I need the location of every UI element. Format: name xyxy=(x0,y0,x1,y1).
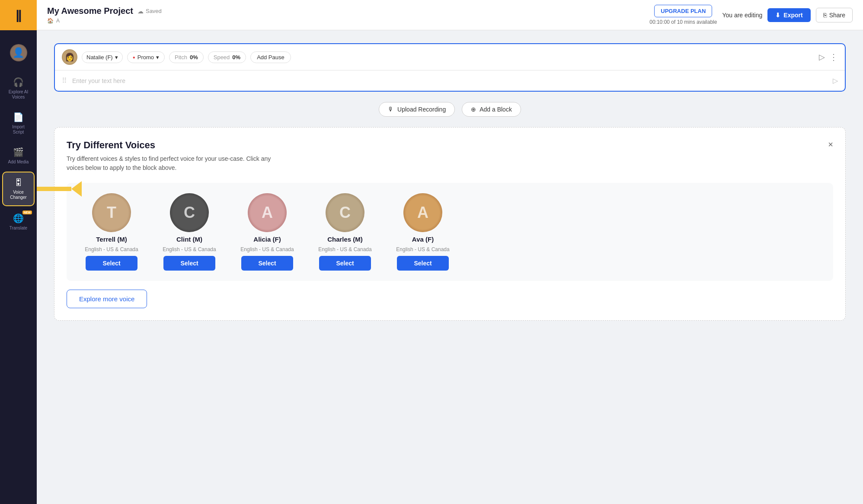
home-icon: 🏠 xyxy=(47,18,54,24)
voice-avatar-clint: C xyxy=(170,193,209,232)
arrow-shape xyxy=(71,181,82,197)
saved-label: Saved xyxy=(146,8,162,14)
breadcrumb: 🏠 A xyxy=(47,18,642,24)
speed-control[interactable]: Speed 0% xyxy=(208,51,246,63)
style-name-label: Promo xyxy=(137,54,154,61)
voice-lang-terrell: English - US & Canada xyxy=(85,246,138,252)
header: My Awesome Project ☁ Saved 🏠 A UPGRADE P… xyxy=(37,0,863,30)
pitch-control[interactable]: Pitch 0% xyxy=(169,51,204,63)
play-toolbar-button[interactable]: ▷ xyxy=(819,52,825,62)
media-icon: 🎬 xyxy=(13,147,24,157)
style-dot-icon: ● xyxy=(133,55,135,60)
pitch-value: 0% xyxy=(190,54,198,61)
plus-circle-icon: ⊕ xyxy=(471,106,476,113)
add-block-button[interactable]: ⊕ Add a Block xyxy=(462,102,521,117)
logo: ǁ xyxy=(0,0,37,30)
sidebar-item-translate[interactable]: NEW 🌐 Translate xyxy=(2,208,35,236)
header-title-area: My Awesome Project ☁ Saved 🏠 A xyxy=(47,6,642,24)
logo-icon: ǁ xyxy=(16,8,22,22)
voice-panel-description: Try different voices & styles to find pe… xyxy=(67,154,283,172)
share-button[interactable]: ⎘ Share xyxy=(816,8,853,22)
sidebar-item-label: Translate xyxy=(10,226,27,231)
speed-value: 0% xyxy=(232,54,240,61)
voice-card-terrell: T Terrell (M) English - US & Canada Sele… xyxy=(77,193,146,271)
chevron-down-icon: ▾ xyxy=(115,54,118,61)
voice-name-clint: Clint (M) xyxy=(176,236,202,243)
sidebar-item-label: ImportScript xyxy=(12,124,24,135)
upload-recording-button[interactable]: 🎙 Upload Recording xyxy=(379,102,455,117)
new-badge: NEW xyxy=(22,211,32,214)
voice-lang-charles: English - US & Canada xyxy=(318,246,371,252)
text-placeholder[interactable]: Enter your text here xyxy=(72,77,828,84)
voice-avatar-charles: C xyxy=(326,193,364,232)
editor-block: 👩 Natalie (F) ▾ ● Promo ▾ Pitch 0% xyxy=(54,43,846,92)
arrow-body xyxy=(37,187,71,191)
sidebar-item-import-script[interactable]: 📄 ImportScript xyxy=(2,107,35,140)
speed-label: Speed xyxy=(214,54,230,61)
headphones-icon: 🎧 xyxy=(13,77,24,87)
main-container: My Awesome Project ☁ Saved 🏠 A UPGRADE P… xyxy=(37,0,863,504)
drag-handle-icon[interactable]: ⠿ xyxy=(62,77,67,85)
voice-avatar-alicia: A xyxy=(248,193,287,232)
sidebar-item-label: Explore AIVoices xyxy=(9,89,29,100)
select-ava-button[interactable]: Select xyxy=(397,256,449,271)
sidebar-nav: 🎧 Explore AIVoices 📄 ImportScript 🎬 Add … xyxy=(0,63,37,236)
play-icon: ▷ xyxy=(819,53,825,61)
voice-panel-title: Try Different Voices xyxy=(67,140,155,151)
ellipsis-icon: ⋮ xyxy=(829,52,838,62)
chevron-down-style-icon: ▾ xyxy=(156,54,159,61)
script-icon: 📄 xyxy=(13,112,24,122)
sidebar-item-label: Add Media xyxy=(8,159,29,165)
editor-text-area: ⠿ Enter your text here ▷ xyxy=(55,70,845,91)
explore-more-voices-button[interactable]: Explore more voice xyxy=(67,290,147,308)
voice-panel: Try Different Voices × Try different voi… xyxy=(54,127,846,321)
sidebar-item-add-media[interactable]: 🎬 Add Media xyxy=(2,142,35,170)
close-voice-panel-button[interactable]: × xyxy=(828,140,833,150)
voice-selector[interactable]: Natalie (F) ▾ xyxy=(82,51,123,63)
header-right: UPGRADE PLAN 00:10:00 of 10 mins availab… xyxy=(649,5,853,25)
voice-changer-arrow xyxy=(37,181,82,197)
play-inline-icon: ▷ xyxy=(833,77,838,84)
pitch-label: Pitch xyxy=(175,54,187,61)
select-clint-button[interactable]: Select xyxy=(163,256,215,271)
avatar[interactable]: 👤 xyxy=(10,44,27,61)
sidebar-item-label: VoiceChanger xyxy=(10,190,26,200)
voice-card-clint: C Clint (M) English - US & Canada Select xyxy=(155,193,224,271)
header-title-row: My Awesome Project ☁ Saved xyxy=(47,6,642,16)
voice-name-charles: Charles (M) xyxy=(327,236,363,243)
download-icon: ⬇ xyxy=(775,12,780,19)
voice-avatar-ava: A xyxy=(403,193,442,232)
play-inline-button[interactable]: ▷ xyxy=(833,77,838,85)
voice-avatar-terrell: T xyxy=(92,193,131,232)
voice-cards-area: T Terrell (M) English - US & Canada Sele… xyxy=(67,183,833,281)
select-terrell-button[interactable]: Select xyxy=(86,256,137,271)
page-title: My Awesome Project xyxy=(47,6,133,16)
select-charles-button[interactable]: Select xyxy=(319,256,371,271)
add-pause-button[interactable]: Add Pause xyxy=(250,51,291,63)
voice-changer-icon: 🎛 xyxy=(14,178,23,188)
share-icon: ⎘ xyxy=(823,12,827,19)
you-editing-label: You are editing xyxy=(722,12,762,19)
voice-name-alicia: Alicia (F) xyxy=(253,236,281,243)
translate-icon: 🌐 xyxy=(13,213,24,223)
export-button[interactable]: ⬇ Export xyxy=(767,8,810,22)
upgrade-plan-button[interactable]: UPGRADE PLAN xyxy=(654,5,712,17)
voice-card-ava: A Ava (F) English - US & Canada Select xyxy=(388,193,457,271)
voice-lang-ava: English - US & Canada xyxy=(396,246,449,252)
voice-name-label: Natalie (F) xyxy=(86,54,113,61)
sidebar: ǁ 👤 🎧 Explore AIVoices 📄 ImportScript 🎬 … xyxy=(0,0,37,504)
mic-icon: 🎙 xyxy=(388,106,394,113)
more-options-button[interactable]: ⋮ xyxy=(829,52,838,62)
voice-panel-header: Try Different Voices × xyxy=(67,140,833,151)
select-alicia-button[interactable]: Select xyxy=(241,256,293,271)
style-selector[interactable]: ● Promo ▾ xyxy=(127,51,165,63)
voice-lang-clint: English - US & Canada xyxy=(163,246,216,252)
voice-lang-alicia: English - US & Canada xyxy=(240,246,294,252)
cloud-icon: ☁ xyxy=(137,8,144,15)
saved-badge: ☁ Saved xyxy=(137,8,162,15)
sidebar-item-voice-changer[interactable]: 🎛 VoiceChanger xyxy=(2,172,35,206)
sidebar-item-explore-ai[interactable]: 🎧 Explore AIVoices xyxy=(2,72,35,105)
content-area: 👩 Natalie (F) ▾ ● Promo ▾ Pitch 0% xyxy=(37,30,863,504)
voice-avatar: 👩 xyxy=(62,49,77,65)
editor-toolbar: 👩 Natalie (F) ▾ ● Promo ▾ Pitch 0% xyxy=(55,44,845,70)
